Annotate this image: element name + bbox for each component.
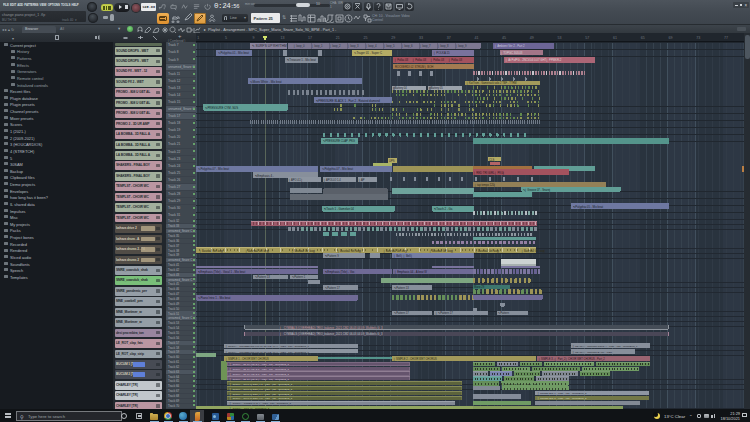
svg-text:41: 41 [474,36,478,40]
svg-text:5: 5 [225,36,227,40]
svg-text:17: 17 [308,36,312,40]
svg-text:77: 77 [724,36,728,40]
svg-text:37: 37 [447,36,451,40]
svg-text:53: 53 [558,36,562,40]
svg-text:9: 9 [253,36,255,40]
svg-text:49: 49 [530,36,534,40]
svg-text:69: 69 [668,36,672,40]
svg-text:13: 13 [280,36,284,40]
svg-text:61: 61 [613,36,617,40]
svg-text:45: 45 [502,36,506,40]
svg-text:21: 21 [336,36,340,40]
svg-text:73: 73 [696,36,700,40]
svg-text:65: 65 [641,36,645,40]
svg-text:1: 1 [197,36,199,40]
svg-text:25: 25 [364,36,368,40]
svg-text:57: 57 [585,36,589,40]
svg-text:29: 29 [391,36,395,40]
svg-text:33: 33 [419,36,423,40]
